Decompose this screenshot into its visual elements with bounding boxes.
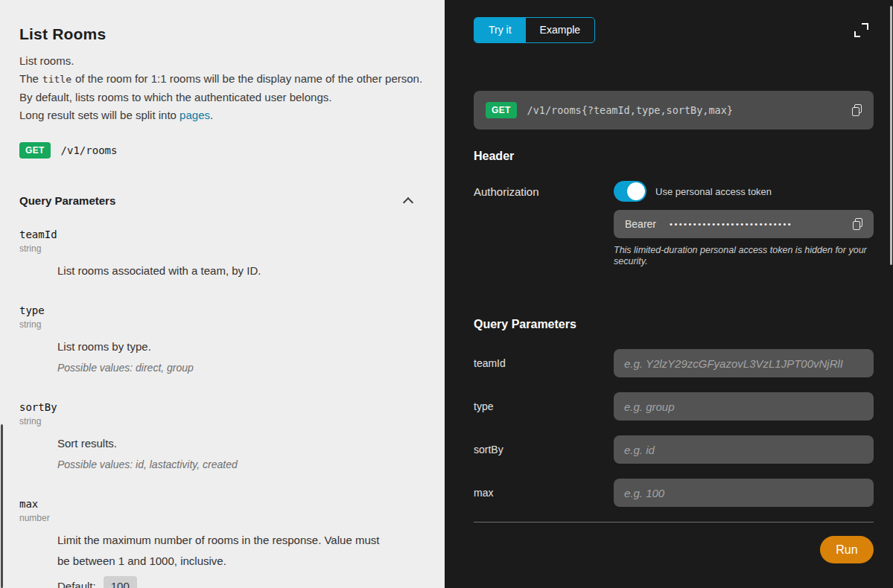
bearer-token-field[interactable]: Bearer •••••••••••••••••••••••••• [614, 210, 874, 238]
param-description: Sort results. [57, 433, 392, 454]
run-button[interactable]: Run [820, 536, 874, 563]
method-badge: GET [486, 102, 517, 118]
copy-icon[interactable] [853, 218, 862, 230]
param-possible-values: Possible values: direct, group [57, 357, 392, 378]
description-line: Thetitleof the room for 1:1 rooms will b… [19, 70, 425, 89]
docs-panel: List Rooms List rooms. Thetitleof the ro… [0, 0, 445, 588]
param-max: max number Limit the maximum number of r… [19, 497, 425, 588]
bearer-label: Bearer [625, 218, 656, 230]
query-row-teamid: teamId [474, 349, 874, 377]
copy-icon[interactable] [852, 104, 862, 116]
pages-link[interactable]: pages [179, 109, 210, 121]
param-name: teamId [19, 228, 425, 241]
field-label: teamId [474, 357, 614, 369]
param-description: Limit the maximum number of rooms in the… [57, 530, 392, 572]
personal-access-token-toggle[interactable] [614, 181, 646, 202]
default-label: Default: [57, 580, 96, 588]
left-scrollbar[interactable] [1, 424, 3, 588]
endpoint-path: /v1/rooms [61, 144, 118, 156]
param-name: sortBy [19, 400, 425, 414]
section-title: Query Parameters [19, 194, 115, 207]
request-path: /v1/rooms{?teamId,type,sortBy,max} [527, 104, 852, 116]
divider [474, 522, 874, 523]
authorization-label: Authorization [474, 181, 614, 267]
request-endpoint-bar: GET /v1/rooms{?teamId,type,sortBy,max} [474, 91, 874, 130]
endpoint-summary: GET /v1/rooms [19, 142, 425, 159]
field-label: type [474, 400, 614, 412]
toggle-knob [627, 182, 645, 200]
tab-try-it[interactable]: Try it [474, 18, 526, 42]
param-sortby: sortBy string Sort results. Possible val… [19, 400, 425, 475]
inline-code-title: title [39, 74, 75, 85]
param-type: type string List rooms by type. Possible… [19, 304, 425, 378]
authorization-row: Authorization Use personal access token … [474, 181, 874, 267]
field-label: sortBy [474, 444, 614, 456]
tab-example[interactable]: Example [526, 18, 594, 42]
param-teamid: teamId string List rooms associated with… [19, 228, 425, 281]
chevron-up-icon[interactable] [403, 196, 413, 207]
teamid-input[interactable] [614, 349, 874, 377]
param-type: string [19, 243, 425, 255]
try-it-panel: Try it Example GET /v1/rooms{?teamId,typ… [445, 0, 893, 588]
default-value-badge: 100 [104, 576, 137, 588]
header-section-title: Header [474, 150, 874, 163]
description-line: By default, lists rooms to which the aut… [19, 89, 425, 106]
query-row-sortby: sortBy [474, 435, 874, 464]
param-description: List rooms associated with a team, by ID… [57, 261, 392, 281]
param-possible-values: Possible values: id, lastactivity, creat… [57, 454, 392, 475]
query-row-type: type [474, 392, 874, 421]
query-parameters-section-header[interactable]: Query Parameters [19, 194, 425, 207]
right-scrollbar[interactable] [890, 6, 892, 265]
param-type: string [19, 319, 425, 330]
sortby-input[interactable] [614, 435, 874, 464]
method-badge: GET [19, 142, 51, 159]
description-line: List rooms. [19, 52, 425, 70]
param-description: List rooms by type. [57, 336, 392, 357]
tab-group: Try it Example [474, 17, 595, 43]
param-name: type [19, 304, 425, 317]
param-name: max [19, 497, 425, 511]
token-security-note: This limited-duration personal access to… [614, 245, 874, 267]
page-title: List Rooms [19, 25, 425, 43]
param-type: number [19, 513, 425, 524]
field-label: max [474, 487, 614, 499]
param-type: string [19, 416, 425, 427]
description-line: Long result sets will be split into page… [19, 106, 425, 124]
query-parameters-title: Query Parameters [474, 318, 874, 331]
type-input[interactable] [614, 392, 874, 421]
masked-token: •••••••••••••••••••••••••• [670, 220, 853, 229]
expand-icon[interactable] [854, 23, 868, 37]
max-input[interactable] [614, 479, 874, 507]
toggle-label: Use personal access token [655, 186, 772, 197]
query-row-max: max [474, 479, 874, 507]
